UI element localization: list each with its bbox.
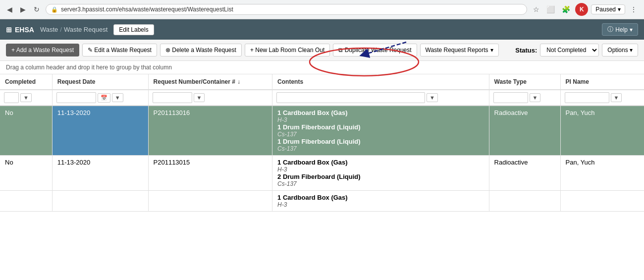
filter-number-button[interactable]: ▼ — [194, 93, 205, 102]
back-button[interactable]: ◀ — [5, 4, 14, 14]
options-chevron: ▾ — [630, 47, 633, 54]
options-button[interactable]: Options ▾ — [602, 44, 638, 56]
drag-hint: Drag a column header and drop it here to… — [0, 61, 644, 74]
add-waste-request-button[interactable]: + Add a Waste Request — [6, 44, 79, 56]
filter-date-input[interactable] — [56, 92, 96, 103]
url-text: server3.hpassist.com/ehsa/waste/wastereq… — [61, 6, 233, 13]
content-item: 1 Cardboard Box (Gas) — [277, 159, 483, 166]
cell-completed: No — [0, 156, 52, 191]
cell-contents: 1 Cardboard Box (Gas)H-32 Drum Fiberboar… — [272, 156, 489, 191]
cell-request-number: P201113015 — [148, 156, 272, 191]
filter-date-calendar-button[interactable]: 📅 — [98, 93, 110, 103]
nav-waste[interactable]: Waste — [40, 26, 58, 33]
paused-chevron: ▾ — [618, 6, 621, 13]
filter-pi-name-button[interactable]: ▼ — [611, 93, 622, 102]
edit-labels-button[interactable]: Edit Labels — [113, 24, 154, 35]
delete-waste-request-button[interactable]: ⊗ Delete a Waste Request — [160, 44, 242, 56]
cell-completed — [0, 191, 52, 212]
screenshot-button[interactable]: ⬜ — [544, 4, 557, 14]
help-icon: ⓘ — [607, 25, 613, 34]
content-sub: Cs-137 — [277, 131, 483, 138]
cell-contents: 1 Cardboard Box (Gas)H-31 Drum Fiberboar… — [272, 106, 489, 156]
cell-pi-name: Pan, Yuch — [560, 106, 644, 156]
extensions-button[interactable]: 🧩 — [560, 4, 572, 14]
col-pi-name: PI Name — [560, 74, 644, 90]
filter-number-input[interactable] — [153, 92, 192, 103]
table-container: Completed Request Date Request Number/Co… — [0, 74, 644, 212]
waste-request-table: Completed Request Date Request Number/Co… — [0, 74, 644, 212]
options-label: Options — [607, 47, 628, 54]
col-request-date-label: Request Date — [57, 78, 96, 85]
help-label: Help — [615, 26, 628, 33]
filter-request-date: 📅 ▼ — [52, 90, 148, 106]
paused-label: Paused — [595, 6, 616, 13]
col-completed: Completed — [0, 74, 52, 90]
toolbar: + Add a Waste Request ✎ Edit a Waste Req… — [0, 40, 644, 61]
filter-pi-name-input[interactable] — [565, 92, 609, 103]
filter-completed: ▼ — [0, 90, 52, 106]
toolbar-container: + Add a Waste Request ✎ Edit a Waste Req… — [0, 40, 644, 61]
status-container: Status: Not CompletedCompletedAll Option… — [515, 44, 638, 56]
reload-button[interactable]: ↻ — [32, 4, 42, 14]
table-header-row: Completed Request Date Request Number/Co… — [0, 74, 644, 90]
cell-completed: No — [0, 106, 52, 156]
content-sub: H-3 — [277, 201, 483, 208]
col-waste-type: Waste Type — [489, 74, 560, 90]
cell-waste-type — [489, 191, 560, 212]
table-row: 1 Cardboard Box (Gas)H-3 — [0, 191, 644, 212]
cell-pi-name — [560, 191, 644, 212]
waste-request-reports-button[interactable]: Waste Request Reports ▾ — [420, 44, 499, 56]
filter-date-button[interactable]: ▼ — [112, 93, 123, 102]
cell-waste-type: Radioactive — [489, 106, 560, 156]
cell-request-date: 11-13-2020 — [52, 106, 148, 156]
content-sub: Cs-137 — [277, 180, 483, 187]
col-request-number-label: Request Number/Container # — [154, 78, 235, 85]
filter-waste-type-input[interactable] — [493, 92, 528, 103]
nav-waste-request[interactable]: Waste Request — [64, 26, 107, 33]
cell-request-number — [148, 191, 272, 212]
col-contents-label: Contents — [277, 78, 303, 85]
col-pi-name-label: PI Name — [566, 78, 589, 85]
col-contents: Contents — [272, 74, 489, 90]
status-label: Status: — [515, 47, 537, 54]
filter-contents: ▼ — [272, 90, 489, 106]
ehsa-label: EHSA — [15, 26, 34, 34]
reports-chevron: ▾ — [490, 47, 493, 54]
sort-icon[interactable]: ↓ — [237, 78, 240, 85]
filter-waste-type: ▼ — [489, 90, 560, 106]
duplicate-waste-request-button[interactable]: ⧉ Duplicate Waste Request — [333, 44, 417, 56]
help-button[interactable]: ⓘ Help ▾ — [602, 23, 638, 36]
table-row: No11-13-2020P2011130161 Cardboard Box (G… — [0, 106, 644, 156]
filter-contents-input[interactable] — [276, 92, 425, 103]
paused-button[interactable]: Paused ▾ — [591, 4, 625, 14]
ehsa-logo: ⊞ EHSA — [6, 26, 34, 34]
col-completed-label: Completed — [5, 78, 36, 85]
filter-waste-type-button[interactable]: ▼ — [530, 93, 541, 102]
cell-waste-type: Radioactive — [489, 156, 560, 191]
cell-request-date: 11-13-2020 — [52, 156, 148, 191]
breadcrumb-separator: / — [60, 26, 62, 33]
content-item: 2 Drum Fiberboard (Liquid) — [277, 173, 483, 180]
filter-contents-button[interactable]: ▼ — [427, 93, 438, 102]
content-sub: H-3 — [277, 116, 483, 123]
menu-button[interactable]: ⋮ — [628, 4, 639, 14]
col-request-date: Request Date — [52, 74, 148, 90]
forward-button[interactable]: ▶ — [18, 4, 28, 14]
content-item: 1 Drum Fiberboard (Liquid) — [277, 138, 483, 145]
cell-contents: 1 Cardboard Box (Gas)H-3 — [272, 191, 489, 212]
filter-completed-button[interactable]: ▼ — [20, 93, 32, 102]
edit-waste-request-button[interactable]: ✎ Edit a Waste Request — [82, 44, 157, 56]
status-select[interactable]: Not CompletedCompletedAll — [540, 44, 599, 56]
filter-completed-checkbox[interactable] — [4, 92, 19, 103]
content-sub: Cs-137 — [277, 145, 483, 152]
content-item: 1 Cardboard Box (Gas) — [277, 109, 483, 116]
content-item: 1 Drum Fiberboard (Liquid) — [277, 123, 483, 131]
profile-button[interactable]: K — [575, 3, 588, 16]
bookmark-button[interactable]: ☆ — [531, 4, 541, 14]
address-bar[interactable]: 🔒 server3.hpassist.com/ehsa/waste/waster… — [46, 4, 527, 15]
browser-chrome: ◀ ▶ ↻ 🔒 server3.hpassist.com/ehsa/waste/… — [0, 0, 644, 19]
new-lab-room-button[interactable]: + New Lab Room Clean Out — [245, 44, 330, 56]
grid-icon: ⊞ — [6, 26, 12, 34]
content-sub: H-3 — [277, 166, 483, 173]
reports-label: Waste Request Reports — [426, 47, 488, 54]
